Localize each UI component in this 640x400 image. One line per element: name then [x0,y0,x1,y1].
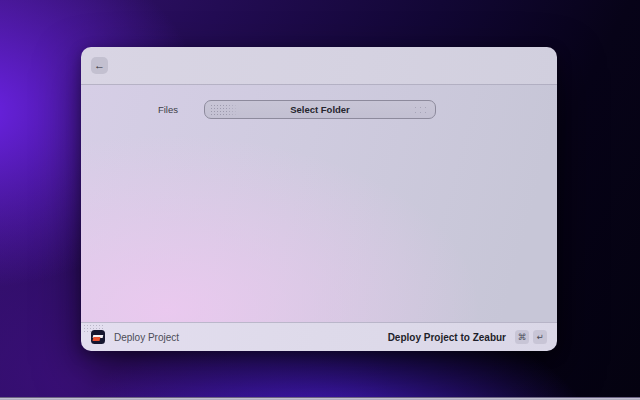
stipple-texture [210,104,239,116]
select-folder-label: Select Folder [290,104,350,115]
zeabur-logo-icon [91,330,105,344]
window-header: ← [81,47,557,85]
command-key-icon: ⌘ [515,330,529,344]
files-form-row: Files Select Folder [81,85,557,119]
deploy-action-button[interactable]: Deploy Project to Zeabur ⌘ ↵ [388,330,547,344]
raycast-window: ← Files Select Folder Deploy Project [81,47,557,351]
command-title: Deploy Project [114,332,179,343]
select-folder-button[interactable]: Select Folder [204,100,436,119]
action-bar: Deploy Project Deploy Project to Zeabur … [81,322,557,351]
return-key-icon: ↵ [533,330,547,344]
back-arrow-icon: ← [94,60,105,71]
dots-texture [413,105,428,116]
files-label: Files [81,104,178,115]
form-content: Files Select Folder [81,85,557,322]
deploy-action-label: Deploy Project to Zeabur [388,332,506,343]
back-button[interactable]: ← [91,57,108,74]
